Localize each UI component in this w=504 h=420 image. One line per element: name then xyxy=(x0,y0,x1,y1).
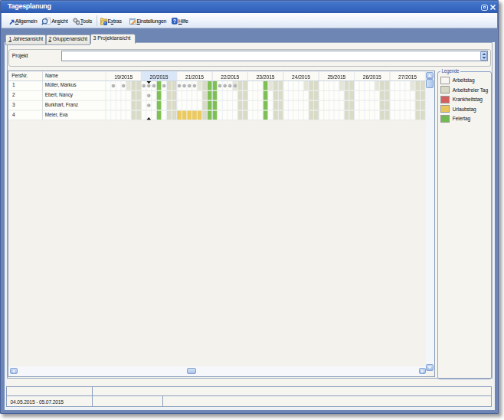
svg-text:23/2015: 23/2015 xyxy=(257,74,275,80)
svg-text:19/2015: 19/2015 xyxy=(114,74,133,80)
svg-text:21/2015: 21/2015 xyxy=(185,74,204,80)
svg-text:25/2015: 25/2015 xyxy=(327,74,345,80)
svg-text:20/2015: 20/2015 xyxy=(150,74,169,80)
svg-text:24/2015: 24/2015 xyxy=(292,74,310,80)
svg-text:26/2015: 26/2015 xyxy=(363,74,381,80)
svg-text:?: ? xyxy=(173,18,176,24)
svg-text:27/2015: 27/2015 xyxy=(398,74,417,80)
svg-text:22/2015: 22/2015 xyxy=(221,74,239,80)
